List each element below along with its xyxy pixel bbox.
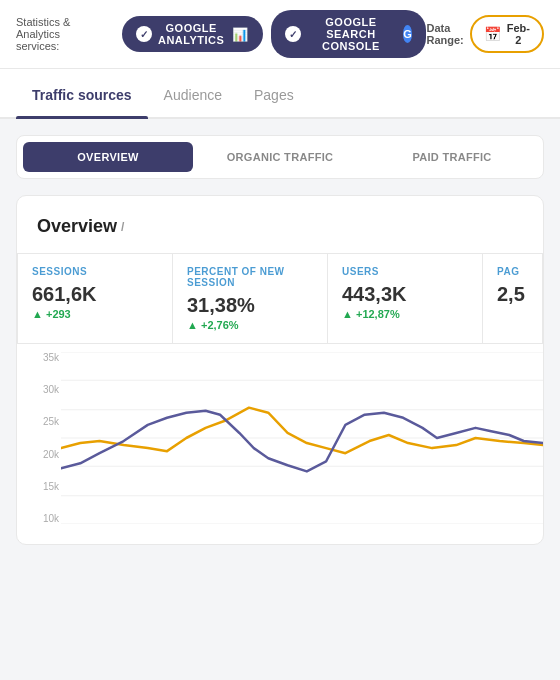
top-bar: Statistics & Analytics services: GOOGLE … xyxy=(0,0,560,69)
ga-bar-icon: 📊 xyxy=(232,27,249,42)
y-label-25k: 25k xyxy=(21,416,59,427)
y-label-30k: 30k xyxy=(21,384,59,395)
sub-tabs: OVERVIEW ORGANIC TRAFFIC PAID TRAFFIC xyxy=(16,135,544,179)
metric-new-session: PERCENT OF NEW SESSION 31,38% ▲ +2,76% xyxy=(173,254,328,344)
users-change: ▲ +12,87% xyxy=(342,308,468,320)
subtab-paid[interactable]: PAID TRAFFIC xyxy=(367,142,537,172)
y-label-10k: 10k xyxy=(21,513,59,524)
pages-value: 2,5 xyxy=(497,283,528,306)
gsc-check-icon xyxy=(285,26,301,42)
date-range-label: Data Range: xyxy=(426,22,463,46)
google-search-console-button[interactable]: GOOGLE SEARCH CONSOLE G xyxy=(271,10,427,58)
tab-pages[interactable]: Pages xyxy=(238,69,310,117)
top-info: Statistics & Analytics services: GOOGLE … xyxy=(16,10,426,58)
metrics-row: SESSIONS 661,6K ▲ +293 PERCENT OF NEW SE… xyxy=(17,253,543,344)
date-value: Feb-2 xyxy=(507,22,530,46)
new-session-label: PERCENT OF NEW SESSION xyxy=(187,266,313,288)
pages-label: PAG xyxy=(497,266,528,277)
metric-sessions: SESSIONS 661,6K ▲ +293 xyxy=(18,254,173,344)
ga-check-icon xyxy=(136,26,152,42)
metric-users: USERS 443,3K ▲ +12,87% xyxy=(328,254,483,344)
chart-svg xyxy=(61,352,543,524)
new-session-value: 31,38% xyxy=(187,294,313,317)
new-session-change: ▲ +2,76% xyxy=(187,319,313,331)
tab-traffic-sources[interactable]: Traffic sources xyxy=(16,69,148,117)
sessions-label: SESSIONS xyxy=(32,266,158,277)
subtab-organic[interactable]: ORGANIC TRAFFIC xyxy=(195,142,365,172)
gsc-g-icon: G xyxy=(403,25,413,43)
services-area: Statistics & Analytics services: GOOGLE … xyxy=(16,10,426,58)
services-label: Statistics & Analytics services: xyxy=(16,16,104,52)
edit-icon: / xyxy=(121,220,124,234)
chart-y-labels: 35k 30k 25k 20k 15k 10k xyxy=(17,344,61,544)
y-label-35k: 35k xyxy=(21,352,59,363)
overview-title: Overview / xyxy=(37,216,523,237)
overview-card: Overview / SESSIONS 661,6K ▲ +293 PERCEN… xyxy=(16,195,544,545)
y-label-20k: 20k xyxy=(21,449,59,460)
metric-pages: PAG 2,5 xyxy=(483,254,543,344)
main-content: OVERVIEW ORGANIC TRAFFIC PAID TRAFFIC Ov… xyxy=(0,119,560,561)
users-value: 443,3K xyxy=(342,283,468,306)
chart-area: 35k 30k 25k 20k 15k 10k xyxy=(17,344,543,544)
subtab-overview[interactable]: OVERVIEW xyxy=(23,142,193,172)
date-range-button[interactable]: 📅 Feb-2 xyxy=(470,15,544,53)
sessions-change-arrow: ▲ xyxy=(32,308,46,320)
date-range-area: Data Range: 📅 Feb-2 xyxy=(426,15,544,53)
tab-audience[interactable]: Audience xyxy=(148,69,238,117)
google-analytics-button[interactable]: GOOGLE ANALYTICS 📊 xyxy=(122,16,263,52)
y-label-15k: 15k xyxy=(21,481,59,492)
sessions-value: 661,6K xyxy=(32,283,158,306)
gsc-label: GOOGLE SEARCH CONSOLE xyxy=(307,16,395,52)
sessions-change: ▲ +293 xyxy=(32,308,158,320)
calendar-icon: 📅 xyxy=(484,26,501,42)
new-session-arrow: ▲ xyxy=(187,319,201,331)
users-label: USERS xyxy=(342,266,468,277)
nav-tabs: Traffic sources Audience Pages xyxy=(0,69,560,119)
users-arrow: ▲ xyxy=(342,308,356,320)
ga-label: GOOGLE ANALYTICS xyxy=(158,22,224,46)
